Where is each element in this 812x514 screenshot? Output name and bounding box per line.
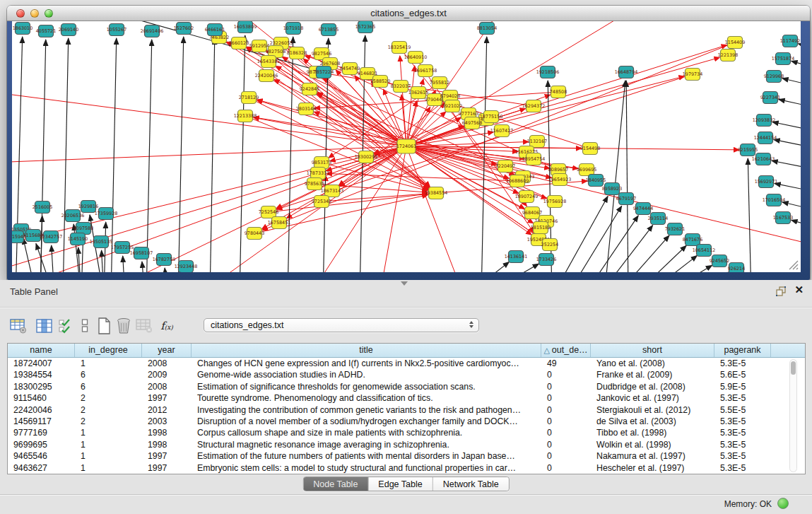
network-node[interactable]: 16782759: [153, 254, 176, 266]
scrollbar-thumb[interactable]: [791, 361, 796, 375]
network-node[interactable]: 6679197: [616, 193, 636, 205]
splitter-grip-icon[interactable]: [401, 281, 408, 286]
table-row[interactable]: 969969511998Structural magnetic resonanc…: [8, 439, 805, 450]
column-header-in_degree[interactable]: in_degree: [75, 344, 142, 357]
network-node[interactable]: 2069140: [59, 24, 78, 36]
network-node[interactable]: 16961758: [414, 65, 437, 77]
memory-status-indicator[interactable]: [777, 498, 789, 509]
new-column-icon[interactable]: [94, 316, 114, 336]
network-node[interactable]: 8958923: [602, 183, 622, 195]
network-node[interactable]: 6466161: [205, 24, 225, 36]
network-node[interactable]: 12213388: [234, 110, 257, 122]
network-node[interactable]: 8813054: [477, 23, 497, 35]
network-node[interactable]: 5921022: [442, 100, 462, 112]
network-node[interactable]: 15692971: [755, 176, 778, 188]
network-node[interactable]: 9242845: [300, 83, 319, 95]
function-builder-icon[interactable]: f(x): [157, 316, 177, 336]
network-node[interactable]: 13505135: [90, 236, 113, 248]
network-node[interactable]: 1724061: [396, 139, 416, 153]
network-node[interactable]: 1979734: [683, 69, 702, 81]
network-node[interactable]: 1815182: [531, 222, 551, 234]
column-header-pagerank[interactable]: pagerank: [714, 344, 771, 357]
table-row[interactable]: 2242004622012Investigating the contribut…: [8, 404, 805, 416]
network-node[interactable]: 9780443: [245, 228, 264, 240]
column-header-year[interactable]: year: [142, 344, 192, 357]
network-node[interactable]: 14136141: [505, 251, 528, 263]
network-node[interactable]: 748508: [550, 86, 567, 98]
network-node[interactable]: 20691406: [141, 25, 164, 37]
network-node[interactable]: 2935114: [648, 213, 668, 225]
network-node[interactable]: 1840955: [586, 175, 606, 187]
network-node[interactable]: 15751874: [772, 53, 795, 65]
network-node[interactable]: 16210643: [752, 153, 775, 165]
network-node[interactable]: 9725342: [312, 196, 331, 208]
tab-node-table[interactable]: Node Table: [303, 477, 368, 491]
network-node[interactable]: 1733426: [536, 254, 556, 266]
network-node[interactable]: 16053809: [234, 21, 257, 33]
network-node[interactable]: 2516005: [33, 201, 52, 214]
table-mode-icon[interactable]: [8, 316, 28, 336]
column-header-out_de[interactable]: △out_de…: [541, 344, 591, 357]
network-node[interactable]: 7932621: [665, 223, 685, 235]
table-row[interactable]: 1872400712008Changes of HCN gene express…: [8, 358, 805, 369]
network-node[interactable]: 1221398: [718, 49, 738, 62]
network-node[interactable]: 9245652: [710, 255, 729, 267]
network-node[interactable]: 1117492: [780, 35, 800, 47]
close-panel-icon[interactable]: ✕: [794, 284, 804, 296]
column-header-title[interactable]: title: [192, 344, 541, 357]
float-window-icon[interactable]: [775, 286, 787, 297]
network-node[interactable]: 4055721: [36, 25, 56, 37]
table-row[interactable]: 946554611997Estimation of the future num…: [8, 450, 805, 462]
network-node[interactable]: 8215955: [738, 144, 758, 156]
network-node[interactable]: 1588520: [370, 76, 390, 88]
network-node[interactable]: 12444154: [754, 132, 777, 144]
network-node[interactable]: 1145190: [68, 233, 88, 245]
network-node[interactable]: 18640910: [404, 52, 428, 64]
zoom-window-button[interactable]: [45, 9, 53, 18]
network-node[interactable]: 11607427: [490, 125, 514, 137]
network-node[interactable]: 1167533: [773, 212, 793, 224]
table-row[interactable]: 1830029562008Estimation of significance …: [8, 381, 805, 392]
network-node[interactable]: 9474444: [633, 203, 653, 215]
network-node[interactable]: 1863010: [13, 23, 33, 35]
column-selection-icon[interactable]: [55, 316, 75, 336]
network-canvas[interactable]: 1724061746382286601285912954232260559827…: [12, 21, 801, 272]
table-row[interactable]: 977716911998Corpus callosum shape and si…: [8, 427, 805, 438]
network-node[interactable]: 2803144: [296, 103, 316, 115]
close-window-button[interactable]: [16, 9, 25, 18]
table-selector-dropdown[interactable]: citations_edges.txt: [204, 318, 479, 332]
delete-table-icon[interactable]: [134, 316, 154, 336]
network-node[interactable]: 252254: [541, 239, 558, 251]
network-node[interactable]: 1071918: [283, 23, 303, 35]
network-node[interactable]: 12093832: [753, 115, 776, 127]
network-node[interactable]: 1527602: [174, 23, 194, 35]
delete-column-icon[interactable]: [114, 316, 134, 336]
network-node[interactable]: 9227341: [760, 92, 780, 104]
table-scrollbar[interactable]: [789, 359, 797, 472]
table-row[interactable]: 946362711997Embryonic stem cells: a mode…: [8, 462, 805, 474]
network-node[interactable]: 1055267: [107, 24, 126, 36]
network-node[interactable]: 1572365: [355, 21, 375, 33]
network-node[interactable]: 9129968: [764, 71, 784, 83]
network-node[interactable]: 7955812: [430, 77, 449, 89]
network-node[interactable]: 16648794: [615, 66, 638, 78]
network-node[interactable]: 7220497: [495, 160, 515, 173]
network-node[interactable]: 8186328: [287, 47, 307, 59]
network-node[interactable]: 9154498: [580, 143, 600, 155]
table-row[interactable]: 1456911722003Disruption of a novel membe…: [8, 416, 805, 427]
tab-edge-table[interactable]: Edge Table: [368, 477, 433, 491]
network-node[interactable]: 926214: [728, 263, 745, 273]
network-node[interactable]: 6713855: [319, 24, 339, 36]
network-node[interactable]: 19218506: [536, 66, 560, 78]
window-titlebar[interactable]: citations_edges.txt: [7, 6, 810, 21]
column-header-short[interactable]: short: [591, 344, 714, 357]
tab-network-table[interactable]: Network Table: [433, 477, 509, 491]
show-column-icon[interactable]: [34, 316, 54, 336]
table-row[interactable]: 911546021997Tourette syndrome. Phenomeno…: [8, 392, 805, 404]
network-node[interactable]: 8660128: [229, 37, 249, 49]
network-node[interactable]: 16294372: [522, 100, 546, 112]
resize-grip-icon[interactable]: [787, 259, 799, 270]
row-height-icon[interactable]: [75, 316, 95, 336]
network-node[interactable]: 2718129: [239, 92, 259, 104]
network-node[interactable]: 18325419: [388, 42, 411, 54]
